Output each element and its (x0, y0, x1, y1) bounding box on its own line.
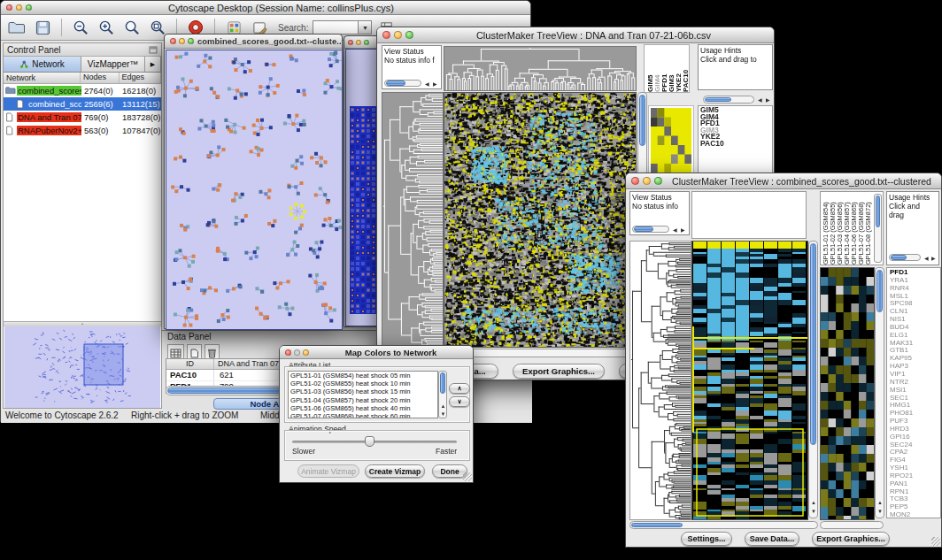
attribute-item[interactable]: GPL51-06 (GSM865) heat shock 40 min (290, 404, 437, 412)
gene-label[interactable]: PAC10 (700, 141, 770, 148)
column-header-edges[interactable]: Edges (120, 73, 161, 83)
minimize-button[interactable] (356, 40, 361, 45)
move-up-button[interactable]: ∧ (449, 383, 470, 394)
zoom-button[interactable] (303, 349, 309, 356)
column-label: GIM4 (653, 45, 660, 92)
scroll-down-icon[interactable]: ▼ (811, 509, 816, 514)
attribute-item[interactable]: GPL51-07 (GSM868) heat shock 60 min (290, 412, 437, 418)
network-window-2-titlebar[interactable] (344, 36, 380, 49)
tv2-export-graphics-button[interactable]: Export Graphics... (812, 532, 890, 546)
resize-grip[interactable] (463, 472, 472, 481)
tab-network[interactable]: Network (4, 57, 81, 72)
scroll-up-icon[interactable]: ▲ (811, 500, 816, 505)
close-button[interactable] (285, 349, 291, 356)
attribute-item[interactable]: GPL51-03 (GSM856) heat shock 15 min (290, 387, 437, 395)
resize-grip[interactable] (931, 537, 940, 546)
scroll-left-icon[interactable]: ◀ (758, 97, 762, 103)
scroll-right-icon[interactable]: ▶ (766, 97, 770, 103)
save-session-button[interactable] (32, 17, 53, 38)
tv2-heatmap-canvas[interactable] (691, 241, 808, 520)
gene-label[interactable]: MON2 (890, 511, 940, 518)
cytoscape-titlebar[interactable]: Cytoscape Desktop (Session Name: collins… (1, 1, 530, 15)
scroll-down-icon[interactable]: ▼ (441, 411, 446, 417)
search-dropdown-button[interactable]: ▼ (359, 20, 372, 35)
tv1-column-dendrogram-canvas[interactable] (444, 46, 637, 91)
scrollbar-thumb[interactable] (631, 523, 683, 527)
move-down-button[interactable]: ∨ (449, 396, 470, 407)
tv2-settings-button[interactable]: Settings... (681, 532, 732, 546)
network-window-titlebar[interactable]: combined_scores_good.txt--cluste... (165, 35, 342, 49)
minimize-button[interactable] (394, 31, 402, 39)
attribute-item[interactable]: GPL51-01 (GSM854) heat shock 05 min (290, 372, 437, 380)
zoom-button[interactable] (26, 4, 32, 11)
float-panel-icon[interactable] (149, 46, 158, 54)
done-button[interactable]: Done (432, 464, 467, 478)
scrollbar-thumb[interactable] (891, 255, 907, 260)
scroll-left-icon[interactable]: ◀ (673, 227, 677, 233)
tv1-row-dendrogram-canvas[interactable] (382, 92, 444, 348)
speed-slider-track[interactable] (292, 441, 457, 443)
minimize-button[interactable] (643, 177, 651, 185)
scroll-right-icon[interactable]: ▶ (681, 227, 685, 233)
scroll-left-icon[interactable]: ◀ (924, 256, 929, 261)
attribute-list[interactable]: GPL51-01 (GSM854) heat shock 05 minGPL51… (288, 371, 438, 418)
search-input[interactable] (313, 20, 359, 35)
minimize-button[interactable] (16, 4, 22, 11)
scrollbar-thumb[interactable] (639, 95, 645, 146)
attribute-item[interactable]: GPL51-02 (GSM855) heat shock 10 min (290, 380, 437, 387)
scrollbar-thumb[interactable] (876, 270, 883, 312)
treeview1-titlebar[interactable]: ClusterMaker TreeView : DNA and Tran 07-… (377, 27, 774, 43)
network-row[interactable]: combined_sco2569(6)13112(15) (4, 97, 161, 111)
scroll-down-icon[interactable]: ▼ (877, 509, 883, 514)
minimize-button[interactable] (179, 38, 185, 44)
scrollbar-thumb[interactable] (876, 196, 880, 227)
scrollbar-thumb[interactable] (810, 243, 816, 445)
zoom-button[interactable] (405, 31, 413, 39)
tab-overflow-button[interactable]: ▶ (145, 57, 161, 72)
scroll-up-icon[interactable]: ▲ (877, 500, 883, 505)
tab-vizmapper[interactable]: VizMapper™ (81, 57, 145, 72)
scrollbar-thumb[interactable] (705, 97, 731, 102)
network-view-canvas[interactable] (166, 50, 343, 330)
scrollbar-thumb[interactable] (634, 226, 653, 232)
zoom-in-button[interactable] (96, 17, 117, 38)
network-row[interactable]: RNAPuberNov2+563(0)107847(0) (4, 124, 161, 137)
scroll-left-icon[interactable]: ◀ (425, 81, 429, 87)
close-button[interactable] (170, 38, 176, 44)
column-header-network[interactable]: Network (4, 73, 81, 83)
zoom-button[interactable] (188, 38, 194, 44)
dialog-titlebar[interactable]: Map Colors to Network (280, 346, 473, 359)
scrollbar-thumb[interactable] (440, 372, 445, 394)
create-vizmap-button[interactable]: Create Vizmap (365, 464, 425, 478)
scroll-up-icon[interactable]: ▲ (441, 403, 446, 409)
tv2-detail-heatmap-canvas[interactable] (820, 267, 875, 520)
dense-network-canvas[interactable] (350, 106, 376, 314)
tv1-export-graphics-button[interactable]: Export Graphics... (513, 364, 605, 379)
scroll-right-icon[interactable]: ▶ (433, 81, 437, 87)
close-button[interactable] (348, 40, 353, 45)
zoom-button[interactable] (654, 177, 662, 185)
window-controls (170, 38, 194, 44)
close-button[interactable] (631, 177, 639, 185)
zoom-button[interactable] (364, 40, 369, 45)
network-row[interactable]: combined_scores2764(0)16218(0) (4, 84, 161, 97)
attribute-item[interactable]: GPL51-04 (GSM857) heat shock 20 min (290, 396, 437, 404)
network-row[interactable]: DNA and Tran 07769(0)183728(0) (4, 111, 161, 124)
treeview2-titlebar[interactable]: ClusterMaker TreeView : combined_scores_… (626, 173, 941, 189)
column-header-nodes[interactable]: Nodes (81, 73, 120, 83)
network-view-2[interactable] (345, 49, 379, 326)
network-overview-canvas[interactable] (4, 326, 160, 408)
column-header-id[interactable]: ID (166, 359, 214, 369)
tv1-heatmap-canvas[interactable] (444, 92, 637, 348)
open-session-button[interactable] (6, 17, 27, 38)
zoom-out-button[interactable] (70, 17, 91, 38)
close-button[interactable] (382, 31, 390, 39)
close-button[interactable] (6, 4, 12, 11)
tv2-save-data-button[interactable]: Save Data... (745, 532, 799, 546)
scroll-right-icon[interactable]: ▶ (931, 256, 936, 261)
tv2-row-dendrogram-canvas[interactable] (629, 241, 691, 520)
zoom-fit-button[interactable] (121, 17, 143, 38)
speed-slider-thumb[interactable] (365, 436, 374, 447)
scrollbar-thumb[interactable] (386, 81, 405, 86)
tv1-similarity-matrix-canvas[interactable] (651, 108, 691, 182)
